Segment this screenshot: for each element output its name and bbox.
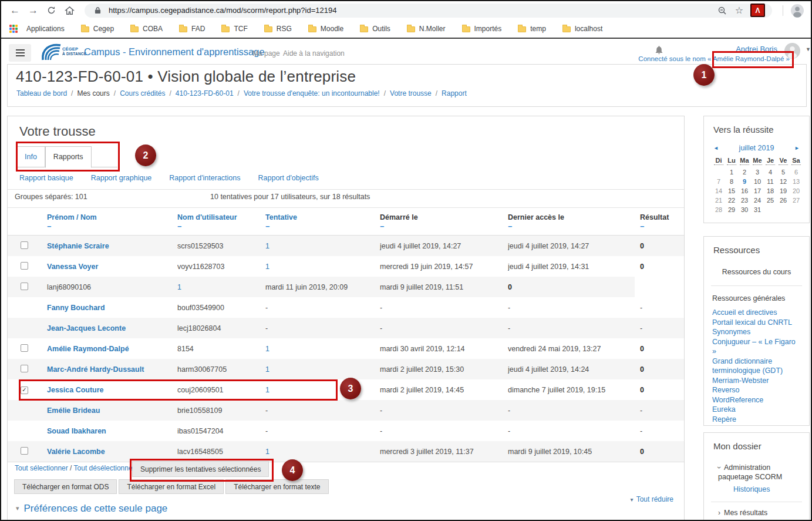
calendar-prev-icon[interactable]: ◄ (713, 145, 719, 151)
cell-username[interactable]: 1 (177, 283, 265, 291)
nav-link-ma-page[interactable]: Ma page (252, 49, 280, 58)
bookmark-item[interactable]: RSG (264, 25, 292, 33)
logged-in-as-name[interactable]: Amélie Raymond-Dalpé » (713, 55, 790, 62)
resource-link[interactable]: WordReference (712, 395, 801, 405)
scorm-admin-tree-item[interactable]: ›Administration paquetage SCORM (718, 463, 801, 482)
breadcrumb-rapport[interactable]: Rapport (442, 89, 467, 98)
nav-link-aide[interactable]: Aide à la navigation (283, 49, 345, 58)
row-checkbox[interactable]: ✓ (21, 386, 28, 394)
bookmark-item[interactable]: N.Moller (407, 25, 446, 33)
tab-rapports[interactable]: Rapports (45, 146, 92, 168)
resource-link[interactable]: Synonymes (712, 327, 801, 337)
bookmark-item[interactable]: Moodle (308, 25, 343, 33)
bookmark-item[interactable]: Importés (462, 25, 502, 33)
breadcrumb-cours-credites[interactable]: Cours crédités (120, 89, 165, 98)
resource-link[interactable]: Repère (712, 415, 801, 425)
collapse-column-icon[interactable]: − (47, 223, 177, 231)
cegep-a-distance-logo[interactable]: CÉGEP À DISTANCE (40, 42, 86, 62)
cell-name[interactable]: Amélie Raymond-Dalpé (47, 345, 177, 353)
cell-name[interactable]: Souad Ibakharen (47, 427, 177, 435)
breadcrumb-dashboard[interactable]: Tableau de bord (16, 89, 67, 98)
back-icon[interactable]: ← (7, 3, 23, 18)
url-text[interactable]: https://campus.cegepadistance.ca/mod/sco… (109, 6, 711, 15)
subtab-rapport-basique[interactable]: Rapport basique (19, 174, 73, 182)
refresh-icon[interactable] (43, 3, 59, 18)
bookmark-item[interactable]: temp (518, 25, 546, 33)
cell-name[interactable]: Marc-André Hardy-Dussault (47, 365, 177, 374)
resource-link[interactable]: Conjugueur – « Le Figaro » (712, 337, 801, 357)
breadcrumb-activity-section[interactable]: Votre trousse d'enquête: un incontournab… (244, 89, 380, 98)
collapse-column-icon[interactable]: − (265, 223, 380, 231)
column-header-label[interactable]: Dernier accès le (508, 213, 640, 221)
cell-attempt[interactable]: 1 (265, 242, 380, 250)
site-title-link[interactable]: Campus - Environnement d'apprentissage (84, 46, 265, 58)
resource-link[interactable]: Portail lexical du CNRTL (712, 318, 801, 328)
subtab-rapport-graphique[interactable]: Rapport graphique (91, 174, 152, 182)
user-name-link[interactable]: Andrei Boris (736, 45, 777, 53)
row-checkbox[interactable] (21, 262, 28, 270)
cell-attempt[interactable]: 1 (265, 386, 380, 394)
column-header-label[interactable]: Tentative (265, 213, 380, 221)
column-header-label[interactable]: Prénom / Nom (47, 213, 177, 221)
bookmark-star-icon[interactable]: ☆ (733, 5, 745, 16)
row-checkbox[interactable] (21, 365, 28, 372)
course-resources-link[interactable]: Ressources du cours (712, 268, 801, 276)
resource-link[interactable]: Merriam-Webster (712, 376, 801, 386)
cell-name[interactable]: Emélie Brideau (47, 406, 177, 415)
row-checkbox[interactable] (21, 241, 28, 249)
bookmark-item[interactable]: Cegep (81, 25, 114, 33)
collapse-column-icon[interactable]: − (508, 223, 640, 231)
home-icon[interactable] (62, 3, 78, 18)
cell-attempt[interactable]: 1 (265, 365, 380, 374)
bookmark-item[interactable]: TCF (221, 25, 247, 33)
delete-selected-attempts-button[interactable]: Supprimer les tentatives sélectionnées (132, 461, 269, 477)
select-all-link[interactable]: Tout sélectionner (15, 464, 68, 472)
forward-icon[interactable]: → (25, 3, 41, 18)
mes-resultats-tree-item[interactable]: ›Mes résultats (718, 508, 801, 517)
historiques-link[interactable]: Historiques (733, 485, 801, 493)
cell-name[interactable]: Jessica Couture (47, 386, 177, 394)
menu-hamburger-button[interactable] (9, 44, 31, 62)
column-header-label[interactable]: Résultat (640, 213, 675, 221)
apps-menu[interactable]: Applications (9, 25, 65, 33)
collapse-column-icon[interactable]: − (380, 223, 508, 231)
calendar-next-icon[interactable]: ► (794, 145, 800, 151)
collapse-all-link[interactable]: ▾Tout réduire (631, 495, 673, 503)
browser-profile-icon[interactable] (789, 3, 805, 18)
page-preferences-toggle[interactable]: ▾Préférences de cette seule page (16, 503, 167, 515)
bookmark-item[interactable]: FAD (179, 25, 205, 33)
column-header-label[interactable]: Nom d'utilisateur (177, 213, 265, 221)
breadcrumb-votre-trousse[interactable]: Votre trousse (390, 89, 432, 98)
download-button-0[interactable]: Télécharger en format ODS (14, 479, 117, 494)
cell-name[interactable]: Vanessa Voyer (47, 263, 177, 271)
row-checkbox[interactable] (21, 283, 28, 290)
collapse-column-icon[interactable]: − (177, 223, 265, 231)
resource-link[interactable]: Reverso (712, 385, 801, 395)
bookmark-item[interactable]: Outils (360, 25, 390, 33)
subtab-rapport-interactions[interactable]: Rapport d'interactions (169, 174, 240, 182)
subtab-rapport-objectifs[interactable]: Rapport d'objectifs (258, 174, 319, 182)
download-button-2[interactable]: Télécharger en format texte (225, 479, 328, 494)
row-checkbox[interactable] (21, 447, 28, 455)
bookmark-item[interactable]: localhost (562, 25, 602, 33)
cell-attempt[interactable]: 1 (265, 345, 380, 353)
bookmark-item[interactable]: COBA (130, 25, 163, 33)
row-checkbox[interactable] (21, 344, 28, 352)
deselect-all-link[interactable]: Tout désélectionner (74, 464, 135, 472)
cell-name[interactable]: Valérie Lacombe (47, 448, 177, 456)
cell-name[interactable]: Fanny Bouchard (47, 304, 177, 312)
tab-info[interactable]: Info (16, 146, 45, 167)
resource-link[interactable]: Eureka (712, 405, 801, 415)
download-button-1[interactable]: Télécharger en format Excel (119, 479, 224, 494)
cell-attempt[interactable]: 1 (265, 448, 380, 456)
collapse-column-icon[interactable]: − (640, 223, 675, 231)
cell-name[interactable]: Jean-Jacques Leconte (47, 324, 177, 332)
user-menu-caret-icon[interactable]: ▼ (806, 46, 811, 52)
cell-name[interactable]: Stéphanie Scraire (47, 242, 177, 250)
breadcrumb-course[interactable]: 410-123-FD-60-01 (176, 89, 234, 98)
address-bar[interactable]: https://campus.cegepadistance.ca/mod/sco… (85, 4, 772, 18)
adobe-acrobat-extension-icon[interactable]: Λ (750, 4, 765, 17)
resource-link[interactable]: Accueil et directives (712, 308, 801, 318)
zoom-out-icon[interactable] (716, 6, 728, 15)
column-header-label[interactable]: Démarré le (380, 213, 508, 221)
